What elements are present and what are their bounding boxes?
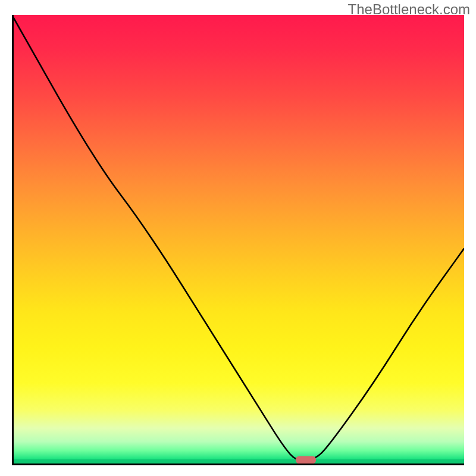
curve-layer	[12, 15, 464, 464]
chart-container: TheBottleneck.com	[0, 0, 476, 476]
plot-area	[12, 15, 464, 464]
optimal-marker	[296, 456, 316, 464]
y-axis	[12, 15, 14, 465]
watermark-text: TheBottleneck.com	[348, 1, 470, 18]
x-axis	[12, 464, 464, 465]
bottleneck-curve-path	[12, 15, 464, 461]
